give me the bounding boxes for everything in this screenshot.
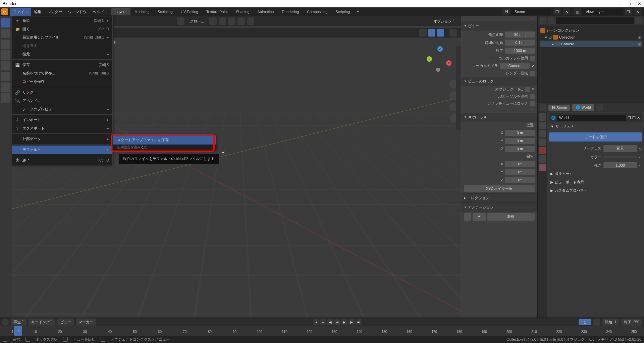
outliner-collection[interactable]: ▾☑Collection◉ xyxy=(540,34,642,41)
panel-drag[interactable]: :::: xyxy=(461,107,537,113)
outliner-search-input[interactable] xyxy=(556,17,634,24)
gizmo-toggle[interactable] xyxy=(428,29,435,37)
outliner-scene-collection[interactable]: シーンコレクション xyxy=(540,27,642,34)
cursor-y[interactable]: 0 m xyxy=(505,138,535,144)
panel-drag[interactable]: :::: xyxy=(461,16,537,21)
use-nodes-button[interactable]: ノードを使用 xyxy=(549,132,642,141)
jump-next-key[interactable]: |▶ xyxy=(348,319,355,325)
start-frame-field[interactable]: 開始 1 xyxy=(602,319,619,326)
lock-camera-check[interactable] xyxy=(530,101,535,106)
render-region-check[interactable] xyxy=(530,71,535,76)
world-color-field[interactable] xyxy=(603,156,637,158)
scene-delete-icon[interactable]: ✕ xyxy=(563,8,570,15)
file-menu-item[interactable]: 📁開く...[Ctrl] O xyxy=(12,25,112,33)
file-menu-item[interactable]: ⇩インポート▸ xyxy=(12,116,112,124)
submenu-item[interactable]: スタートアップファイルを保存 xyxy=(113,135,216,145)
menu-edit[interactable]: 編集 xyxy=(31,8,44,16)
local-camera-check[interactable] xyxy=(530,56,535,61)
world-copy-icon[interactable]: ❐ xyxy=(628,116,631,120)
workspace-tab-texpaint[interactable]: Texture Paint xyxy=(202,8,232,15)
playback-dropdown[interactable]: 再生 ˅ xyxy=(11,319,26,326)
file-menu-item[interactable]: ⇧エクスポート▸ xyxy=(12,124,112,132)
viewlayer-name-field[interactable]: View Layer xyxy=(582,9,623,15)
props-pin-icon[interactable] xyxy=(596,104,603,111)
cursor-section[interactable]: 3Dカーソル xyxy=(468,115,487,120)
timeline-marker-menu[interactable]: マーカー xyxy=(76,319,96,326)
menu-render[interactable]: レンダー xyxy=(44,8,65,16)
gizmo-axis-z[interactable]: Z xyxy=(437,46,443,52)
outliner-display-icon[interactable] xyxy=(548,17,554,24)
clear-icon[interactable]: ✕ xyxy=(532,64,535,68)
overlay-toggle[interactable] xyxy=(437,29,444,37)
annotation-section[interactable]: アノテーション xyxy=(468,205,494,210)
visibility-dropdown-icon[interactable] xyxy=(419,29,427,37)
tool-cursor[interactable] xyxy=(1,29,10,38)
workspace-tab-compositing[interactable]: Compositing xyxy=(303,8,331,15)
transform-orientation-dropdown[interactable]: グロー... xyxy=(186,18,207,25)
props-world-tag[interactable]: 🌐 World xyxy=(572,104,594,111)
volume-section[interactable]: ボリューム xyxy=(554,171,573,176)
pivot-icon[interactable] xyxy=(209,17,217,25)
play-reverse[interactable]: ◀ xyxy=(334,319,340,325)
tool-move[interactable] xyxy=(1,40,10,49)
orientation-icon[interactable] xyxy=(177,17,184,25)
workspace-tab-modeling[interactable]: Modeling xyxy=(130,8,154,15)
timeline-view-menu[interactable]: ビュー xyxy=(57,319,74,326)
workspace-tab-uv[interactable]: UV Editing xyxy=(177,8,202,15)
world-browse-icon[interactable]: 🌐 xyxy=(551,116,556,120)
file-menu-item[interactable]: 最近使用したファイル[Shift] [Ctrl] O▸ xyxy=(12,33,112,42)
snap-toggle[interactable] xyxy=(219,17,226,25)
playhead[interactable]: 1 xyxy=(14,326,22,336)
viewlayer-browse-icon[interactable]: ▥ xyxy=(574,8,581,15)
scene-name-field[interactable]: Scene xyxy=(511,9,551,15)
visibility-icon[interactable]: ◉ xyxy=(638,42,641,46)
world-name-field[interactable]: World xyxy=(557,115,626,121)
clip-end-field[interactable]: 1000 m xyxy=(505,48,535,54)
world-delete-icon[interactable]: ✕ xyxy=(637,116,640,120)
workspace-add-button[interactable]: + xyxy=(354,8,361,15)
snap-type-icon[interactable] xyxy=(228,17,235,25)
props-mode-icon[interactable] xyxy=(540,104,546,111)
viewlayer-delete-icon[interactable]: ✕ xyxy=(634,8,641,15)
current-frame-field[interactable]: 1 xyxy=(579,319,591,325)
viewport-display-section[interactable]: ビューポート表示 xyxy=(554,180,584,185)
file-menu-item[interactable]: データのプレビュー▸ xyxy=(12,105,112,113)
gizmo-axis-neg[interactable] xyxy=(436,68,440,72)
submenu-item[interactable]: 初期設定を読み込む xyxy=(113,145,216,150)
tool-annotate[interactable] xyxy=(1,82,10,92)
clip-start-field[interactable]: 0.1 m xyxy=(505,40,535,46)
file-menu-item[interactable]: コピーを保存... xyxy=(12,77,112,86)
file-menu-item[interactable]: 📎アペンド... xyxy=(12,97,112,105)
scene-browse-icon[interactable]: 🎞 xyxy=(502,8,510,15)
tool-select[interactable] xyxy=(1,18,10,27)
annotation-new-button[interactable]: 新規 xyxy=(487,213,535,221)
outliner[interactable]: シーンコレクション ▾☑Collection◉ ▸Camera◉ xyxy=(538,25,644,103)
play-forward[interactable]: ▶ xyxy=(341,319,347,325)
custom-props-section[interactable]: カスタムプロパティ xyxy=(554,188,588,193)
cursor-rx[interactable]: 0° xyxy=(505,161,535,167)
xray-toggle[interactable] xyxy=(449,29,457,37)
view-section-title[interactable]: ビュー xyxy=(468,23,479,28)
cursor-x[interactable]: 0 m xyxy=(505,130,535,136)
timeline-ruler[interactable]: 1 11020304050607080901001101201301401501… xyxy=(0,326,644,336)
local-camera-field[interactable]: Camera xyxy=(500,63,530,69)
tab-render[interactable] xyxy=(539,113,546,121)
tab-material[interactable] xyxy=(539,164,546,171)
tool-rotate[interactable] xyxy=(1,50,10,60)
cursor-z[interactable]: 0 m xyxy=(505,146,535,152)
rot-mode-dropdown[interactable]: XYZ オイラー角 xyxy=(464,185,535,192)
file-menu-item[interactable]: 復元▸ xyxy=(12,50,112,58)
lock-object-field[interactable] xyxy=(525,87,530,92)
preview-range-icon[interactable] xyxy=(593,319,600,326)
gizmo-axis-y[interactable]: Y xyxy=(427,56,432,62)
jump-end[interactable]: ⏭ xyxy=(356,319,362,325)
tool-transform[interactable] xyxy=(1,72,10,81)
tab-object[interactable] xyxy=(539,155,546,163)
menu-help[interactable]: ヘルプ xyxy=(90,8,107,16)
tab-scene[interactable] xyxy=(539,138,546,146)
tool-scale[interactable] xyxy=(1,61,10,70)
file-menu-item[interactable]: デフォルト▸ xyxy=(12,146,112,154)
menu-window[interactable]: ウィンドウ xyxy=(65,8,90,16)
blender-logo-icon[interactable]: ◔ xyxy=(1,8,8,15)
surface-section[interactable]: サーフェス xyxy=(555,124,574,129)
